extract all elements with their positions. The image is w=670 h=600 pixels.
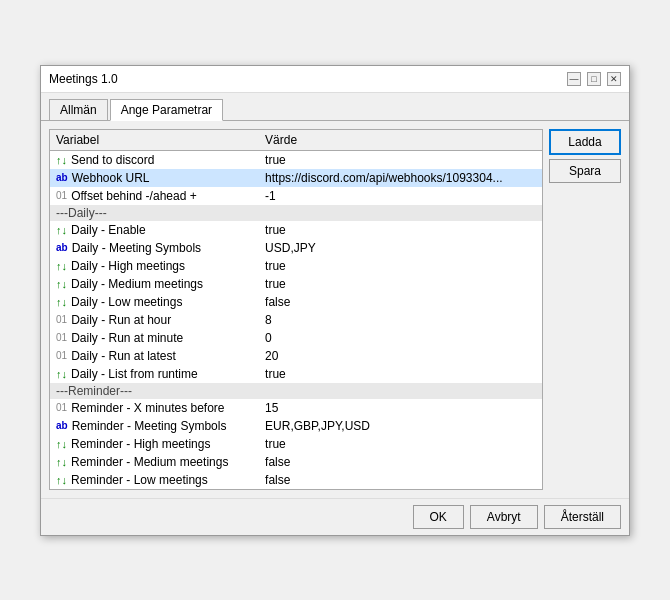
variable-label: Daily - Meeting Symbols [72,241,201,255]
table-row[interactable]: ↑↓Reminder - Low meetingsfalse [50,471,542,489]
variable-label: Daily - Run at latest [71,349,176,363]
minimize-button[interactable]: — [567,72,581,86]
content-area: Variabel Värde ↑↓Send to discordtrueabWe… [41,121,629,498]
icon-01: 01 [56,402,67,413]
ok-button[interactable]: OK [413,505,464,529]
parameter-table: Variabel Värde ↑↓Send to discordtrueabWe… [50,130,542,489]
table-row[interactable]: 01Reminder - X minutes before15 [50,399,542,417]
icon-arrow: ↑↓ [56,296,67,308]
icon-ab: ab [56,420,68,431]
variable-label: Reminder - Medium meetings [71,455,228,469]
icon-arrow: ↑↓ [56,474,67,486]
value-label: 15 [259,399,542,417]
table-row[interactable]: 01Daily - Run at latest20 [50,347,542,365]
variable-label: Offset behind -/ahead + [71,189,197,203]
value-label: 8 [259,311,542,329]
parameter-table-container: Variabel Värde ↑↓Send to discordtrueabWe… [49,129,543,490]
table-row[interactable]: 01Daily - Run at hour8 [50,311,542,329]
icon-ab: ab [56,172,68,183]
table-row[interactable]: 01Offset behind -/ahead +-1 [50,187,542,205]
icon-arrow: ↑↓ [56,260,67,272]
reset-button[interactable]: Återställ [544,505,621,529]
table-row[interactable]: ↑↓Send to discordtrue [50,150,542,169]
value-label: EUR,GBP,JPY,USD [259,417,542,435]
icon-arrow: ↑↓ [56,278,67,290]
variable-label: Daily - Run at minute [71,331,183,345]
variable-label: Reminder - High meetings [71,437,210,451]
table-row[interactable]: ↑↓Daily - Medium meetingstrue [50,275,542,293]
value-label: true [259,221,542,239]
table-row[interactable]: ↑↓Daily - High meetingstrue [50,257,542,275]
value-label: USD,JPY [259,239,542,257]
value-label: true [259,365,542,383]
variable-label: Daily - Low meetings [71,295,182,309]
table-row[interactable]: ↑↓Daily - List from runtimetrue [50,365,542,383]
side-buttons: Ladda Spara [549,129,621,490]
variable-label: Daily - Medium meetings [71,277,203,291]
value-label: -1 [259,187,542,205]
variable-label: Reminder - Meeting Symbols [72,419,227,433]
value-label: false [259,471,542,489]
close-button[interactable]: ✕ [607,72,621,86]
variable-label: Daily - Enable [71,223,146,237]
table-row[interactable]: abDaily - Meeting SymbolsUSD,JPY [50,239,542,257]
icon-01: 01 [56,190,67,201]
variable-label: Webhook URL [72,171,150,185]
value-label: true [259,257,542,275]
table-row[interactable]: abReminder - Meeting SymbolsEUR,GBP,JPY,… [50,417,542,435]
icon-arrow: ↑↓ [56,456,67,468]
table-row[interactable]: ↑↓Daily - Enabletrue [50,221,542,239]
tab-allman[interactable]: Allmän [49,99,108,120]
window-title: Meetings 1.0 [49,72,118,86]
value-label: true [259,150,542,169]
load-button[interactable]: Ladda [549,129,621,155]
bottom-bar: OK Avbryt Återställ [41,498,629,535]
icon-01: 01 [56,350,67,361]
value-label: 0 [259,329,542,347]
col-variable-header: Variabel [50,130,259,151]
value-label: true [259,435,542,453]
table-row[interactable]: 01Daily - Run at minute0 [50,329,542,347]
variable-label: Daily - List from runtime [71,367,198,381]
variable-label: Daily - Run at hour [71,313,171,327]
icon-arrow: ↑↓ [56,438,67,450]
tab-ange-parametrar[interactable]: Ange Parametrar [110,99,223,121]
value-label: false [259,453,542,471]
main-window: Meetings 1.0 — □ ✕ Allmän Ange Parametra… [40,65,630,536]
cancel-button[interactable]: Avbryt [470,505,538,529]
variable-label: Reminder - Low meetings [71,473,208,487]
icon-01: 01 [56,314,67,325]
table-row[interactable]: ↑↓Reminder - Medium meetingsfalse [50,453,542,471]
variable-label: Daily - High meetings [71,259,185,273]
maximize-button[interactable]: □ [587,72,601,86]
title-bar: Meetings 1.0 — □ ✕ [41,66,629,93]
table-row[interactable]: ↑↓Reminder - High meetingstrue [50,435,542,453]
window-controls: — □ ✕ [567,72,621,86]
value-label: https://discord.com/api/webhooks/1093304… [259,169,542,187]
tab-bar: Allmän Ange Parametrar [41,93,629,121]
table-separator-row: ---Reminder--- [50,383,542,399]
table-separator-row: ---Daily--- [50,205,542,221]
value-label: false [259,293,542,311]
variable-label: Send to discord [71,153,154,167]
variable-label: Reminder - X minutes before [71,401,224,415]
value-label: true [259,275,542,293]
value-label: 20 [259,347,542,365]
table-row[interactable]: abWebhook URLhttps://discord.com/api/web… [50,169,542,187]
save-button[interactable]: Spara [549,159,621,183]
table-row[interactable]: ↑↓Daily - Low meetingsfalse [50,293,542,311]
icon-ab: ab [56,242,68,253]
icon-01: 01 [56,332,67,343]
icon-arrow: ↑↓ [56,368,67,380]
icon-arrow: ↑↓ [56,224,67,236]
icon-arrow: ↑↓ [56,154,67,166]
col-value-header: Värde [259,130,542,151]
